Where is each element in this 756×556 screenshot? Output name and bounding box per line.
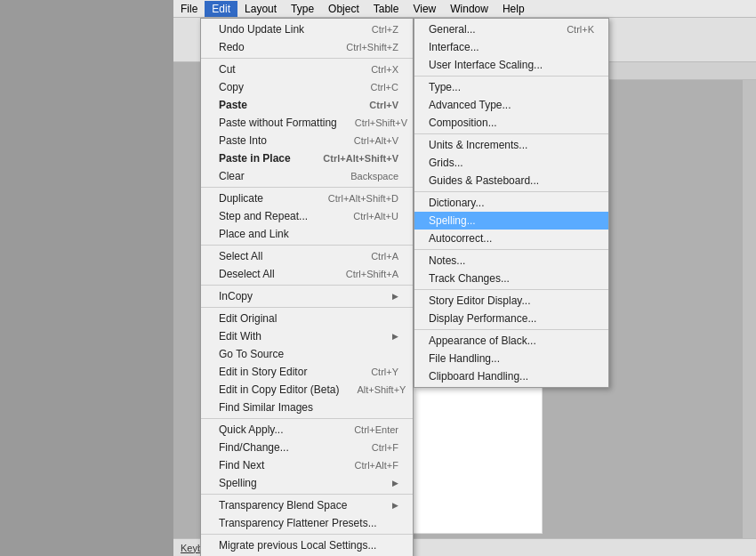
pref-units-increments-label: Units & Increments... (429, 139, 527, 151)
menu-window[interactable]: Window (443, 1, 495, 17)
menu-item-copy[interactable]: Copy Ctrl+C (201, 78, 413, 96)
menu-item-transparency-flattener[interactable]: Transparency Flattener Presets... (201, 514, 413, 532)
pref-guides-pasteboard[interactable]: Guides & Pasteboard... (414, 172, 608, 189)
menu-item-edit-original[interactable]: Edit Original (201, 310, 413, 327)
scrollbar-vertical[interactable] (743, 80, 756, 543)
menu-item-paste-in-place-shortcut: Ctrl+Alt+Shift+V (323, 153, 398, 164)
menu-item-paste-no-format[interactable]: Paste without Formatting Ctrl+Shift+V (201, 114, 413, 132)
menu-type[interactable]: Type (284, 1, 321, 17)
menu-item-edit-copy-editor[interactable]: Edit in Copy Editor (Beta) Alt+Shift+Y (201, 381, 413, 399)
menu-item-go-to-source[interactable]: Go To Source (201, 345, 413, 363)
pref-sep-1 (414, 76, 608, 77)
pref-general[interactable]: General... Ctrl+K (414, 20, 608, 38)
pref-sep-3 (414, 191, 608, 192)
menu-item-edit-copy-editor-label: Edit in Copy Editor (Beta) (219, 383, 339, 396)
menu-item-duplicate-shortcut: Ctrl+Alt+Shift+D (328, 193, 398, 204)
menu-item-spelling-label: Spelling (219, 477, 257, 489)
menu-item-copy-shortcut: Ctrl+C (371, 82, 398, 93)
menu-item-cut[interactable]: Cut Ctrl+X (201, 60, 413, 78)
menu-help[interactable]: Help (495, 1, 532, 17)
menu-item-select-all-shortcut: Ctrl+A (371, 251, 398, 262)
menu-edit[interactable]: Edit (205, 1, 237, 17)
menu-item-clear-shortcut: Backspace (350, 171, 398, 181)
pref-dictionary-label: Dictionary... (429, 197, 484, 209)
menu-item-cut-shortcut: Ctrl+X (371, 64, 398, 75)
separator-1 (201, 58, 413, 59)
menu-item-edit-copy-editor-shortcut: Alt+Shift+Y (357, 384, 406, 395)
menu-item-step-repeat[interactable]: Step and Repeat... Ctrl+Alt+U (201, 207, 413, 225)
pref-spelling[interactable]: Spelling... (414, 212, 608, 230)
menu-item-copy-label: Copy (219, 81, 244, 93)
menu-item-paste-into[interactable]: Paste Into Ctrl+Alt+V (201, 132, 413, 149)
pref-general-shortcut: Ctrl+K (567, 24, 594, 35)
menu-item-deselect-all-shortcut: Ctrl+Shift+A (346, 269, 398, 279)
menu-item-find-next[interactable]: Find Next Ctrl+Alt+F (201, 456, 413, 474)
menu-item-find-change[interactable]: Find/Change... Ctrl+F (201, 439, 413, 456)
pref-interface[interactable]: Interface... (414, 38, 608, 56)
menu-item-find-similar-images-label: Find Similar Images (219, 401, 313, 414)
menu-item-undo-label: Undo Update Link (219, 23, 304, 36)
separator-7 (201, 494, 413, 495)
menu-item-clear[interactable]: Clear Backspace (201, 167, 413, 185)
menu-item-redo[interactable]: Redo Ctrl+Shift+Z (201, 38, 413, 56)
menu-item-find-similar-images[interactable]: Find Similar Images (201, 399, 413, 416)
menu-item-transparency-blend[interactable]: Transparency Blend Space (201, 496, 413, 514)
pref-ui-scaling-label: User Interface Scaling... (429, 59, 543, 71)
menu-file[interactable]: File (173, 1, 205, 17)
menu-item-select-all[interactable]: Select All Ctrl+A (201, 247, 413, 265)
menu-item-quick-apply[interactable]: Quick Apply... Ctrl+Enter (201, 421, 413, 439)
pref-clipboard-handling[interactable]: Clipboard Handling... (414, 367, 608, 385)
menu-item-duplicate[interactable]: Duplicate Ctrl+Alt+Shift+D (201, 189, 413, 207)
menu-table[interactable]: Table (366, 1, 406, 17)
menu-item-edit-story-editor[interactable]: Edit in Story Editor Ctrl+Y (201, 363, 413, 381)
menu-item-migrate-settings[interactable]: Migrate previous Local Settings... (201, 536, 413, 554)
menu-item-find-next-label: Find Next (219, 459, 264, 471)
pref-units-increments[interactable]: Units & Increments... (414, 136, 608, 154)
menu-item-incopy[interactable]: InCopy (201, 287, 413, 305)
menu-layout[interactable]: Layout (237, 1, 284, 17)
pref-autocorrect-label: Autocorrect... (429, 232, 492, 245)
pref-general-label: General... (429, 23, 476, 36)
pref-track-changes[interactable]: Track Changes... (414, 270, 608, 287)
menu-item-cut-label: Cut (219, 63, 236, 76)
pref-dictionary[interactable]: Dictionary... (414, 194, 608, 212)
pref-composition[interactable]: Composition... (414, 114, 608, 132)
menu-item-paste-no-format-label: Paste without Formatting (219, 117, 337, 129)
pref-notes[interactable]: Notes... (414, 252, 608, 270)
separator-8 (201, 534, 413, 535)
pref-sep-2 (414, 133, 608, 134)
pref-file-handling[interactable]: File Handling... (414, 350, 608, 367)
menu-item-quick-apply-shortcut: Ctrl+Enter (354, 424, 398, 435)
pref-story-editor-display[interactable]: Story Editor Display... (414, 292, 608, 310)
pref-ui-scaling[interactable]: User Interface Scaling... (414, 56, 608, 74)
pref-story-editor-display-label: Story Editor Display... (429, 294, 530, 307)
menu-item-select-all-label: Select All (219, 250, 262, 262)
menu-item-paste-into-shortcut: Ctrl+Alt+V (354, 135, 398, 146)
menu-view[interactable]: View (406, 1, 443, 17)
menu-item-edit-story-editor-shortcut: Ctrl+Y (371, 367, 398, 377)
pref-type-label: Type... (429, 81, 461, 93)
menu-item-paste[interactable]: Paste Ctrl+V (201, 96, 413, 114)
menu-item-paste-in-place[interactable]: Paste in Place Ctrl+Alt+Shift+V (201, 149, 413, 167)
pref-type[interactable]: Type... (414, 78, 608, 96)
pref-grids[interactable]: Grids... (414, 154, 608, 172)
separator-4 (201, 285, 413, 286)
menu-item-spelling[interactable]: Spelling (201, 474, 413, 492)
pref-advanced-type[interactable]: Advanced Type... (414, 96, 608, 114)
menu-item-edit-with[interactable]: Edit With (201, 327, 413, 345)
pref-display-performance[interactable]: Display Performance... (414, 310, 608, 327)
menu-item-deselect-all-label: Deselect All (219, 268, 275, 280)
menu-item-quick-apply-label: Quick Apply... (219, 423, 283, 436)
menu-item-undo[interactable]: Undo Update Link Ctrl+Z (201, 20, 413, 38)
menu-item-undo-shortcut: Ctrl+Z (372, 24, 398, 35)
menu-object[interactable]: Object (321, 1, 366, 17)
menu-item-deselect-all[interactable]: Deselect All Ctrl+Shift+A (201, 265, 413, 283)
pref-track-changes-label: Track Changes... (429, 272, 510, 285)
pref-autocorrect[interactable]: Autocorrect... (414, 230, 608, 247)
menu-item-place-link[interactable]: Place and Link (201, 225, 413, 243)
pref-appearance-black[interactable]: Appearance of Black... (414, 332, 608, 350)
menu-item-paste-shortcut: Ctrl+V (369, 100, 398, 110)
menu-item-paste-in-place-label: Paste in Place (219, 152, 291, 165)
menu-item-place-link-label: Place and Link (219, 228, 289, 240)
menu-item-transparency-blend-label: Transparency Blend Space (219, 499, 347, 512)
